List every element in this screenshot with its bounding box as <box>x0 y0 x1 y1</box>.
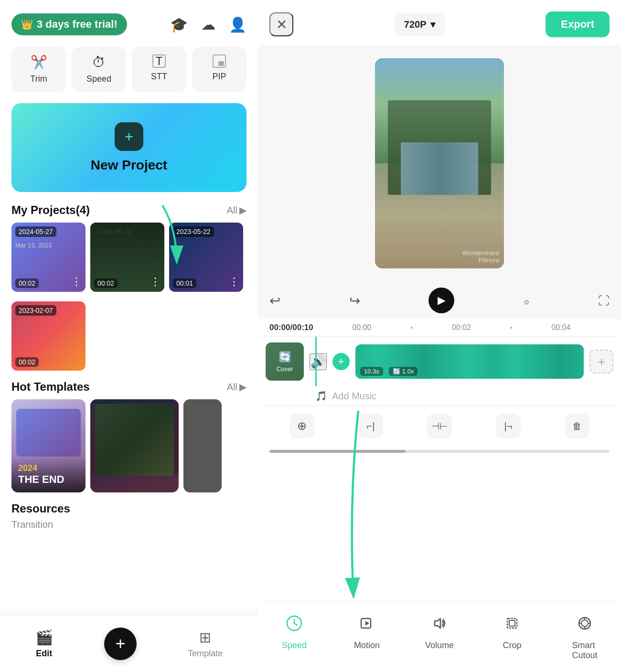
all-label-2: All <box>227 382 237 393</box>
hot-templates-all-link[interactable]: All ▶ <box>227 381 246 393</box>
project-more-1[interactable]: ⋮ <box>71 276 82 288</box>
project-item-4[interactable]: 2023-02-07 00:02 <box>11 301 86 371</box>
top-icons: 🎓 ☁ 👤 <box>170 16 246 33</box>
trial-badge[interactable]: 👑 3 days free trial! <box>11 13 127 35</box>
toolbar-item-crop[interactable]: Crop <box>476 610 548 661</box>
split-button[interactable]: ⊣⊢ <box>427 414 452 438</box>
watermark-text: Wondershare <box>462 249 499 256</box>
add-music-label: Add Music <box>332 391 376 402</box>
play-button[interactable]: ▶ <box>428 288 454 313</box>
template-nav-label: Template <box>188 649 223 659</box>
crop-toolbar-label: Crop <box>503 640 521 651</box>
toolbar-item-smart-cutout[interactable]: SmartCutout <box>548 610 621 661</box>
cover-label: Cover <box>277 365 293 373</box>
add-music-row[interactable]: 🎵 Add Music <box>258 386 621 405</box>
add-clip-button[interactable]: + <box>589 350 613 373</box>
crop-toolbar-icon <box>499 610 525 637</box>
add-clip-tool-icon: ⊕ <box>297 419 307 433</box>
cover-button[interactable]: 🔄 Cover <box>266 342 304 381</box>
watermark: Wondershare Filmora <box>462 249 499 264</box>
trim-label: Trim <box>30 74 47 84</box>
template-item-3[interactable] <box>183 399 222 492</box>
nav-template[interactable]: ⊞ Template <box>188 629 223 659</box>
export-button[interactable]: Export <box>546 11 610 37</box>
add-at-start-button[interactable]: + <box>332 353 350 370</box>
keyframe-button[interactable]: ⬦ <box>523 293 530 308</box>
audio-button[interactable]: 🔊 <box>310 353 327 370</box>
scroll-thumb[interactable] <box>269 450 406 453</box>
quality-arrow-icon: ▾ <box>430 19 435 30</box>
edit-nav-label: Edit <box>36 649 52 659</box>
diamond-icon: ⬦ <box>523 294 530 307</box>
time-marker-2: 00:04 <box>513 323 610 332</box>
delete-clip-button[interactable]: 🗑 <box>565 414 589 438</box>
my-projects-all-link[interactable]: All ▶ <box>227 204 246 216</box>
undo-button[interactable]: ↩ <box>269 293 280 309</box>
trim-right-button[interactable]: |¬ <box>496 414 521 438</box>
project-item-3[interactable]: 2023-05-22 00:01 ⋮ <box>169 223 243 292</box>
timeline-scrollbar[interactable] <box>269 450 610 453</box>
motion-toolbar-label: Motion <box>354 640 380 651</box>
speed-button[interactable]: ⏱ Speed <box>72 47 126 92</box>
project-item-2[interactable]: 2023-05-22 00:02 ⋮ <box>90 223 164 292</box>
all-label: All <box>227 205 237 216</box>
audio-icon: 🔊 <box>310 354 326 369</box>
redo-button[interactable]: ↪ <box>349 293 360 309</box>
new-project-button[interactable]: + New Project <box>11 103 246 192</box>
toolbar-item-motion[interactable]: Motion <box>331 610 403 661</box>
trim-left-button[interactable]: ⌐| <box>358 414 383 438</box>
left-panel-content: 👑 3 days free trial! 🎓 ☁ 👤 ✂️ Trim ⏱ Spe… <box>0 0 258 672</box>
education-icon[interactable]: 🎓 <box>170 16 188 33</box>
toolbar-item-volume[interactable]: Volume <box>403 610 476 661</box>
redo-icon: ↪ <box>349 293 360 308</box>
template-item-1[interactable]: 2024 THE END <box>11 399 86 492</box>
toolbar-item-speed[interactable]: Speed <box>258 610 331 661</box>
my-projects-title: My Projects(4) <box>11 203 90 217</box>
pip-label: PIP <box>212 72 226 82</box>
resources-title: Resources <box>11 502 246 515</box>
nav-edit[interactable]: 🎬 Edit <box>35 629 53 659</box>
volume-toolbar-label: Volume <box>425 640 454 651</box>
track-clip[interactable]: 10.3s 🔄 1.0x <box>355 344 584 379</box>
svg-point-6 <box>581 620 588 627</box>
volume-toolbar-icon <box>426 610 453 637</box>
pip-button[interactable]: PIP <box>192 47 246 92</box>
close-button[interactable]: ✕ <box>269 12 293 36</box>
cloud-icon[interactable]: ☁ <box>201 16 215 33</box>
trim-left-icon: ⌐| <box>367 421 375 432</box>
motion-toolbar-icon <box>353 610 380 637</box>
pip-icon <box>213 54 226 68</box>
speed-icon-small: 🔄 <box>393 368 400 375</box>
edit-tools-row: ⊕ ⌐| ⊣⊢ |¬ 🗑 <box>258 405 621 446</box>
project-duration-2: 00:02 <box>94 278 118 288</box>
add-clip-tool-button[interactable]: ⊕ <box>289 414 314 438</box>
nav-add-button[interactable]: + <box>104 628 137 660</box>
fullscreen-button[interactable]: ⛶ <box>598 293 610 308</box>
stt-icon: T <box>152 54 166 68</box>
project-item-1[interactable]: 2024-05-27 Mar 13, 2023 00:02 ⋮ <box>11 223 86 292</box>
template-title-1: THE END <box>18 473 79 486</box>
profile-icon[interactable]: 👤 <box>229 16 246 33</box>
project-sub-1: Mar 13, 2023 <box>15 242 52 249</box>
crown-icon: 👑 <box>21 19 33 30</box>
speed-label: Speed <box>86 74 111 84</box>
project-more-2[interactable]: ⋮ <box>150 276 161 288</box>
bottom-nav: 🎬 Edit + ⊞ Template <box>0 615 258 672</box>
nav-plus-icon: + <box>115 634 125 654</box>
trim-button[interactable]: ✂️ Trim <box>11 47 66 92</box>
delete-icon: 🗑 <box>572 421 582 432</box>
template-overlay-1: 2024 THE END <box>11 457 86 492</box>
quality-button[interactable]: 720P ▾ <box>395 13 445 36</box>
split-icon: ⊣⊢ <box>431 420 448 432</box>
template-item-2[interactable] <box>90 399 179 492</box>
stt-button[interactable]: T STT <box>132 47 186 92</box>
timeline-track: 🔄 Cover 🔊 + 10.3s <box>258 337 621 386</box>
chevron-right-icon-2: ▶ <box>239 381 246 393</box>
clip-duration: 10.3s <box>360 367 383 376</box>
export-label: Export <box>561 18 594 30</box>
music-note-icon: 🎵 <box>315 390 327 402</box>
hot-templates-title: Hot Templates <box>11 380 90 394</box>
project-more-3[interactable]: ⋮ <box>229 276 239 288</box>
video-preview: Wondershare Filmora <box>375 58 504 268</box>
playback-controls: ↩ ↪ ▶ ⬦ ⛶ <box>258 282 621 319</box>
